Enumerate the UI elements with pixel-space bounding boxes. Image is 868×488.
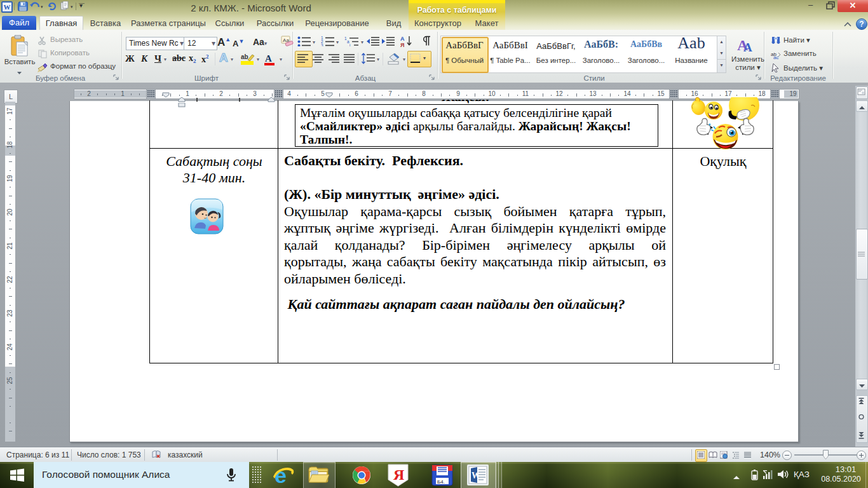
svg-text:i: i bbox=[349, 43, 350, 47]
svg-text:e: e bbox=[275, 464, 287, 487]
svg-text:Я: Я bbox=[400, 42, 404, 48]
svg-text:А: А bbox=[400, 36, 405, 42]
svg-text:ab: ab bbox=[241, 53, 248, 60]
svg-text:A: A bbox=[265, 53, 272, 64]
svg-text:3: 3 bbox=[321, 43, 323, 47]
svg-text:Я: Я bbox=[393, 466, 404, 483]
svg-text:ac: ac bbox=[773, 55, 778, 59]
svg-text:А: А bbox=[743, 41, 752, 54]
svg-text:Б4.: Б4. bbox=[437, 479, 445, 485]
